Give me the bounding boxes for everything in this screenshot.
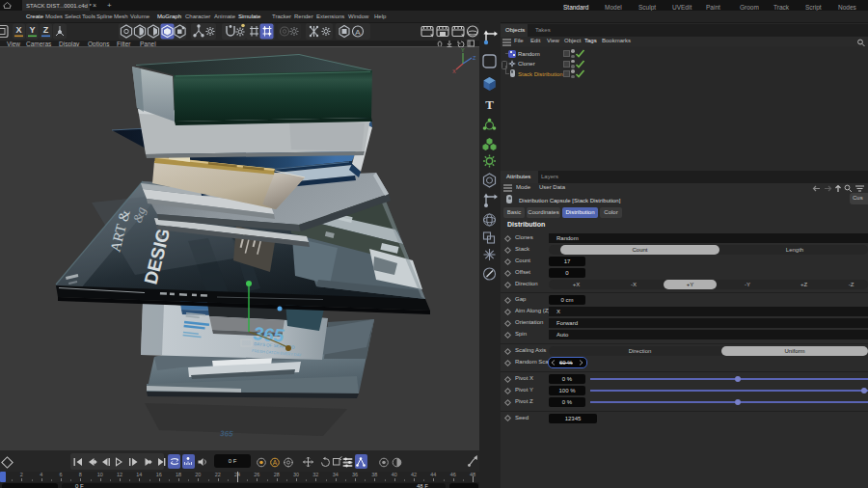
svg-text:Y: Y	[461, 47, 465, 53]
svg-text:X: X	[452, 68, 456, 74]
svg-text:T: T	[485, 97, 494, 112]
svg-text:Z: Z	[473, 55, 476, 61]
svg-text:A: A	[355, 28, 361, 37]
svg-text:A: A	[273, 459, 278, 466]
svg-text:Z: Z	[43, 25, 49, 35]
svg-text:Y: Y	[29, 25, 35, 35]
svg-text:365: 365	[220, 429, 233, 438]
svg-text:X: X	[15, 25, 21, 35]
